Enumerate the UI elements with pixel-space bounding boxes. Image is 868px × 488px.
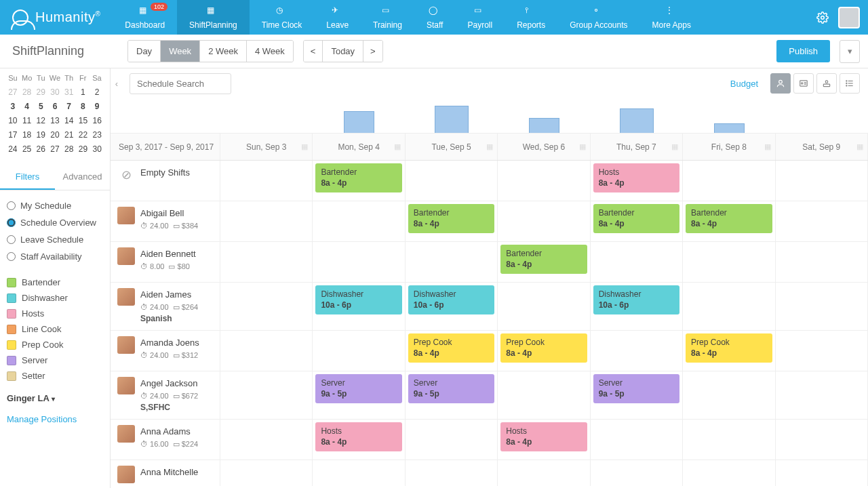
cal-day[interactable]: 4: [21, 100, 33, 113]
cal-day[interactable]: 14: [63, 115, 75, 127]
cal-day[interactable]: 13: [49, 115, 61, 127]
collapse-sidebar-icon[interactable]: ‹: [111, 79, 123, 89]
day-cell[interactable]: [498, 283, 590, 330]
day-cell[interactable]: [591, 331, 683, 371]
position-bartender[interactable]: Bartender: [7, 274, 103, 290]
cal-day[interactable]: 5: [35, 100, 47, 113]
nav-leave[interactable]: ✈Leave: [314, 0, 361, 35]
day-cell[interactable]: Hosts8a - 4p: [591, 161, 683, 201]
employee-name[interactable]: Aiden Bennett: [140, 247, 196, 261]
cal-day[interactable]: 15: [77, 115, 90, 127]
avatar[interactable]: [117, 207, 135, 224]
shift-block[interactable]: Bartender8a - 4p: [686, 204, 772, 233]
shift-block[interactable]: Dishwasher10a - 6p: [408, 285, 494, 314]
cal-day[interactable]: 30: [91, 143, 103, 155]
day-cell[interactable]: [498, 371, 590, 419]
day-cell[interactable]: [220, 371, 313, 419]
cal-day[interactable]: 9: [91, 100, 103, 113]
tab-advanced[interactable]: Advanced: [55, 165, 110, 190]
cal-day[interactable]: 30: [49, 86, 61, 98]
cal-day[interactable]: 7: [63, 100, 75, 113]
shift-block[interactable]: Hosts8a - 4p: [593, 163, 679, 192]
day-cell[interactable]: [313, 242, 405, 282]
cal-day[interactable]: 16: [91, 115, 103, 127]
nav-training[interactable]: ▭Training: [361, 0, 414, 35]
cal-day[interactable]: 17: [7, 129, 19, 141]
avatar[interactable]: [117, 377, 135, 394]
day-cell[interactable]: Prep Cook8a - 4p: [683, 331, 775, 371]
shift-block[interactable]: Bartender8a - 4p: [593, 204, 679, 233]
avatar[interactable]: [117, 466, 135, 483]
day-cell[interactable]: [683, 420, 775, 460]
day-cell[interactable]: [313, 460, 405, 486]
day-cell[interactable]: [776, 371, 868, 419]
employee-name[interactable]: Amanda Joens: [140, 336, 199, 350]
schedule-search-input[interactable]: [130, 73, 231, 94]
position-setter[interactable]: Setter: [7, 368, 103, 384]
day-header[interactable]: Thu, Sep 7▦: [591, 134, 683, 160]
day-cell[interactable]: [776, 201, 868, 241]
day-cell[interactable]: [776, 460, 868, 486]
avatar[interactable]: [117, 336, 135, 354]
day-cell[interactable]: [220, 201, 313, 241]
cal-day[interactable]: 20: [49, 129, 61, 141]
nav-timeclock[interactable]: ◷Time Clock: [250, 0, 315, 35]
position-line-cook[interactable]: Line Cook: [7, 321, 103, 337]
day-cell[interactable]: Bartender8a - 4p: [683, 201, 775, 241]
day-cell[interactable]: [313, 331, 405, 371]
view-day[interactable]: Day: [128, 41, 161, 62]
day-cell[interactable]: [498, 161, 590, 201]
cal-day[interactable]: 27: [49, 143, 61, 155]
day-cell[interactable]: [776, 161, 868, 201]
cal-day[interactable]: 29: [35, 86, 47, 98]
shift-block[interactable]: Prep Cook8a - 4p: [500, 333, 587, 363]
day-cell[interactable]: Dishwasher10a - 6p: [313, 283, 405, 330]
position-prep-cook[interactable]: Prep Cook: [7, 337, 103, 352]
nav-staff[interactable]: ◯Staff: [414, 0, 455, 35]
profile-avatar[interactable]: [838, 7, 860, 28]
day-cell[interactable]: Dishwasher10a - 6p: [591, 283, 683, 330]
day-cell[interactable]: [776, 283, 868, 330]
day-cell[interactable]: [591, 460, 683, 486]
day-cell[interactable]: [220, 283, 313, 330]
day-cell[interactable]: [220, 460, 313, 486]
today-button[interactable]: Today: [323, 41, 363, 62]
radio-schedule-overview[interactable]: Schedule Overview: [7, 214, 103, 231]
shift-block[interactable]: Hosts8a - 4p: [315, 422, 401, 451]
view-4week[interactable]: 4 Week: [247, 41, 293, 62]
cal-day[interactable]: 24: [7, 143, 19, 155]
day-cell[interactable]: [406, 460, 498, 486]
position-server[interactable]: Server: [7, 352, 103, 368]
nav-groupaccounts[interactable]: ⚬Group Accounts: [557, 0, 639, 35]
avatar[interactable]: [117, 425, 135, 443]
day-header[interactable]: Mon, Sep 4▦: [313, 134, 405, 160]
cal-day[interactable]: 26: [35, 143, 47, 155]
position-hosts[interactable]: Hosts: [7, 306, 103, 321]
brand[interactable]: Humanity®: [0, 0, 113, 35]
day-cell[interactable]: Bartender8a - 4p: [406, 201, 498, 241]
cal-day[interactable]: 21: [63, 129, 75, 141]
day-cell[interactable]: [776, 331, 868, 371]
cal-day[interactable]: 11: [21, 115, 33, 127]
day-cell[interactable]: [313, 201, 405, 241]
nav-shiftplanning[interactable]: ▦ShiftPlanning: [177, 0, 250, 35]
tab-filters[interactable]: Filters: [0, 165, 55, 190]
day-cell[interactable]: [683, 283, 775, 330]
cal-day[interactable]: 23: [91, 129, 103, 141]
day-cell[interactable]: Bartender8a - 4p: [591, 201, 683, 241]
cal-day[interactable]: 28: [21, 86, 33, 98]
cal-day[interactable]: 18: [21, 129, 33, 141]
manage-positions-link[interactable]: Manage Positions: [7, 414, 103, 424]
day-cell[interactable]: Hosts8a - 4p: [313, 420, 405, 460]
shift-block[interactable]: Server9a - 5p: [315, 374, 401, 403]
cal-day[interactable]: 31: [63, 86, 75, 98]
day-cell[interactable]: [498, 460, 590, 486]
shift-block[interactable]: Dishwasher10a - 6p: [593, 285, 679, 314]
cal-day[interactable]: 28: [63, 143, 75, 155]
day-cell[interactable]: Hosts8a - 4p: [498, 420, 590, 460]
position-dishwasher[interactable]: Dishwasher: [7, 290, 103, 306]
day-cell[interactable]: Bartender8a - 4p: [313, 161, 405, 201]
radio-my-schedule[interactable]: My Schedule: [7, 197, 103, 214]
gear-icon[interactable]: [816, 12, 829, 24]
day-cell[interactable]: Bartender8a - 4p: [498, 242, 590, 282]
